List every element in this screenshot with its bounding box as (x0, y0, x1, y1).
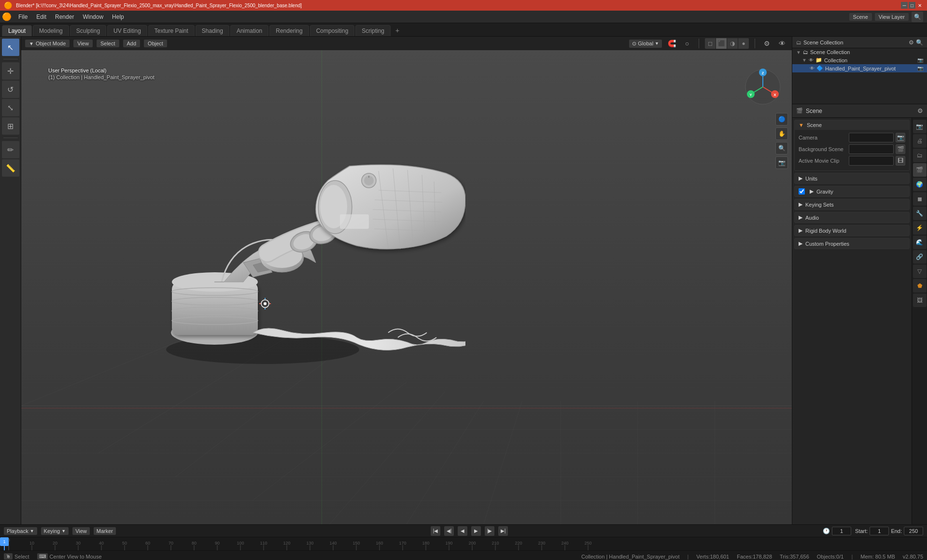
next-keyframe-button[interactable]: |▶ (485, 526, 494, 536)
particles-properties-tab[interactable]: ⚡ (913, 221, 927, 235)
tab-rendering[interactable]: Rendering (269, 25, 309, 36)
menu-file[interactable]: File (14, 13, 31, 21)
measure-tool-button[interactable]: 📏 (2, 159, 19, 177)
keying-sets-section-header[interactable]: ▶ Keying Sets (795, 199, 909, 210)
maximize-button[interactable]: □ (909, 2, 915, 9)
menu-render[interactable]: Render (51, 13, 78, 21)
camera-view-button[interactable]: 📷 (775, 156, 788, 169)
object-properties-tab[interactable]: ◼ (913, 192, 927, 206)
search-button[interactable]: 🔍 (912, 12, 923, 22)
outliner-scene-collection[interactable]: ▼ 🗂 Scene Collection (792, 48, 927, 56)
scale-tool-button[interactable]: ⤡ (2, 99, 19, 116)
view-menu-button[interactable]: View (73, 40, 93, 47)
gravity-enabled-checkbox[interactable] (799, 188, 805, 195)
props-options-button[interactable]: ⚙ (917, 107, 923, 114)
tab-uv-editing[interactable]: UV Editing (107, 25, 147, 36)
physics-properties-tab[interactable]: 🌊 (913, 236, 927, 249)
annotate-tool-button[interactable]: ✏ (2, 141, 19, 158)
snap-button[interactable]: 🧲 (666, 38, 677, 49)
menu-edit[interactable]: Edit (32, 13, 50, 21)
active-movie-clip-picker-icon[interactable]: 🎞 (896, 156, 905, 166)
object-menu-button[interactable]: Object (144, 40, 167, 47)
timeline-view-dropdown[interactable]: View (72, 527, 90, 535)
gizmo-toggle-button[interactable]: 👁 (776, 38, 788, 49)
texture-properties-tab[interactable]: 🖼 (913, 294, 927, 307)
units-section-header[interactable]: ▶ Units (795, 173, 909, 183)
timeline-ruler[interactable]: 1 0 10 20 30 40 50 60 70 80 90 100 110 1… (0, 537, 927, 550)
rigid-body-world-section-header[interactable]: ▶ Rigid Body World (795, 225, 909, 236)
menu-help[interactable]: Help (108, 13, 128, 21)
close-button[interactable]: ✕ (916, 2, 923, 9)
transform-tool-button[interactable]: ⊞ (2, 117, 19, 135)
current-frame-input[interactable] (832, 527, 851, 535)
add-menu-button[interactable]: Add (123, 40, 140, 47)
outliner-filter-button[interactable]: ⚙ (909, 39, 914, 46)
data-properties-tab[interactable]: ▽ (913, 265, 927, 278)
view-layer-selector[interactable]: View Layer (875, 13, 909, 21)
tab-scripting[interactable]: Scripting (355, 25, 391, 36)
outliner-object-item[interactable]: 👁 🔷 Handled_Paint_Sprayer_pivot 📷 (792, 64, 927, 72)
tab-compositing[interactable]: Compositing (310, 25, 355, 36)
tab-animation[interactable]: Animation (230, 25, 268, 36)
material-properties-tab[interactable]: ⬟ (913, 279, 927, 293)
world-properties-tab[interactable]: 🌍 (913, 178, 927, 191)
rendered-shading-button[interactable]: ● (738, 38, 749, 49)
viewport-scene[interactable]: User Perspective (Local) (1) Collection … (21, 50, 792, 524)
gravity-section-header[interactable]: ▶ Gravity (795, 186, 909, 196)
scene-section-header[interactable]: ▼ Scene (795, 120, 909, 130)
pan-button[interactable]: ✋ (775, 127, 788, 140)
tab-shading[interactable]: Shading (196, 25, 229, 36)
zoom-button[interactable]: 🔍 (775, 142, 788, 154)
current-frame-handle[interactable]: 1 (0, 537, 9, 546)
start-frame-input[interactable] (870, 527, 889, 535)
select-tool-button[interactable]: ↖ (2, 39, 19, 56)
move-tool-button[interactable]: ✛ (2, 62, 19, 80)
modifier-properties-tab[interactable]: 🔧 (913, 207, 927, 220)
overlay-toggle-button[interactable]: ⚙ (761, 38, 772, 49)
marker-dropdown[interactable]: Marker (94, 527, 116, 535)
select-menu-button[interactable]: Select (97, 40, 119, 47)
zoom-in-button[interactable]: 🔵 (775, 113, 788, 126)
menu-window[interactable]: Window (79, 13, 107, 21)
scene-selector[interactable]: Scene (849, 13, 872, 21)
tab-texture-paint[interactable]: Texture Paint (148, 25, 195, 36)
proportional-edit-button[interactable]: ○ (681, 38, 693, 49)
material-shading-button[interactable]: ◑ (727, 38, 738, 49)
prev-keyframe-button[interactable]: ◀| (444, 526, 454, 536)
solid-shading-button[interactable]: ⬛ (716, 38, 727, 49)
background-scene-picker-icon[interactable]: 🎬 (896, 144, 905, 154)
tab-layout[interactable]: Layout (2, 25, 32, 36)
constraints-properties-tab[interactable]: 🔗 (913, 250, 927, 264)
render-properties-tab[interactable]: 📷 (913, 120, 927, 133)
transform-pivot-selector[interactable]: ⊙ Global ▼ (629, 40, 662, 48)
output-properties-tab[interactable]: 🖨 (913, 134, 927, 148)
navigation-gizmo[interactable]: Z X Y (744, 68, 782, 106)
playback-dropdown[interactable]: Playback ▼ (4, 527, 37, 535)
camera-field[interactable] (849, 133, 894, 142)
camera-picker-icon[interactable]: 📷 (896, 133, 905, 142)
tab-modeling[interactable]: Modeling (33, 25, 69, 36)
viewport[interactable]: ▼ Object Mode View Select Add Object ⊙ G… (21, 37, 792, 524)
jump-start-button[interactable]: |◀ (431, 526, 440, 536)
tab-sculpting[interactable]: Sculpting (70, 25, 106, 36)
object-restrict-render[interactable]: 📷 (917, 66, 923, 71)
play-button[interactable]: ▶ (471, 526, 481, 536)
jump-end-button[interactable]: ▶| (498, 526, 508, 536)
active-movie-clip-field[interactable] (849, 156, 894, 166)
background-scene-field[interactable] (849, 144, 894, 154)
outliner-search-button[interactable]: 🔍 (916, 39, 923, 46)
play-reverse-button[interactable]: ◀ (458, 526, 467, 536)
wireframe-shading-button[interactable]: ◻ (705, 38, 716, 49)
add-workspace-button[interactable]: + (392, 25, 403, 36)
audio-section-header[interactable]: ▶ Audio (795, 212, 909, 223)
keying-dropdown[interactable]: Keying ▼ (41, 527, 69, 535)
viewport-mode-selector[interactable]: ▼ Object Mode (25, 40, 70, 47)
minimize-button[interactable]: ─ (901, 2, 908, 9)
outliner-collection[interactable]: ▼ 👁 📁 Collection 📷 (792, 56, 927, 64)
collection-restrict-render[interactable]: 📷 (917, 57, 923, 63)
end-frame-input[interactable] (904, 527, 923, 535)
view-layer-properties-tab[interactable]: 🗂 (913, 149, 927, 162)
rotate-tool-button[interactable]: ↺ (2, 81, 19, 98)
scene-properties-tab[interactable]: 🎬 (913, 163, 927, 177)
custom-properties-section-header[interactable]: ▶ Custom Properties (795, 238, 909, 249)
